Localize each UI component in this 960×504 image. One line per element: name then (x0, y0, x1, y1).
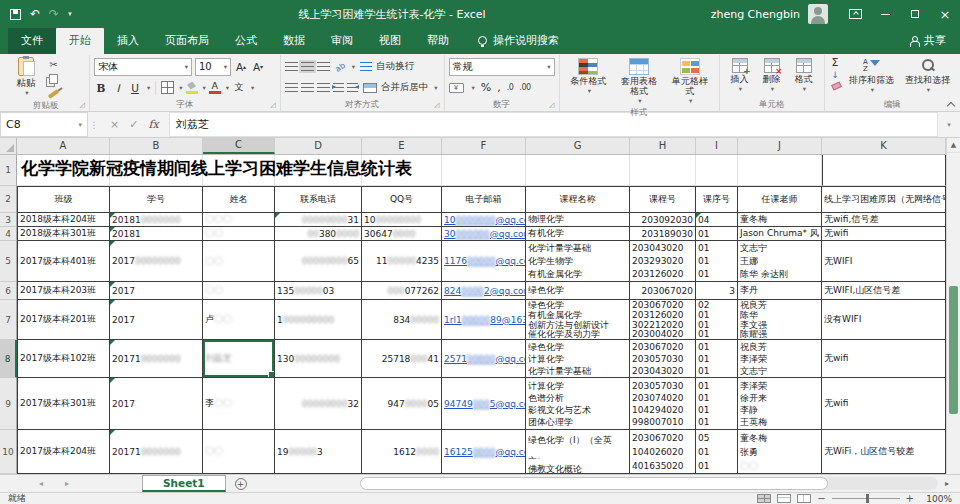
cell-H6[interactable]: 203067020 (630, 282, 696, 300)
cell-I3[interactable]: 04 (696, 213, 738, 227)
ribbon-tab-文件[interactable]: 文件 (8, 28, 56, 54)
alignment-dialog-launcher[interactable]: ◿ (434, 102, 439, 109)
new-sheet-button[interactable]: + (226, 475, 256, 492)
phonetic-dropdown-icon[interactable]: ▾ (251, 84, 254, 92)
cell-K4[interactable]: 无wifi (822, 227, 946, 241)
cell-H4[interactable]: 203189030 (630, 227, 696, 241)
font-dialog-launcher[interactable]: ◿ (270, 102, 275, 109)
cell-D8[interactable]: 13000000000 (275, 340, 362, 378)
cell-F4[interactable]: 30000000@qq.com (442, 227, 526, 241)
row-header-4[interactable]: 4 (0, 227, 17, 241)
cancel-entry-icon[interactable]: × (110, 118, 119, 131)
row-header-9[interactable]: 9 (0, 378, 17, 430)
ribbon-tab-视图[interactable]: 视图 (366, 28, 414, 54)
decrease-font-size-button[interactable]: A▾ (251, 59, 265, 75)
vertical-scrollbar[interactable]: ▲ (946, 138, 960, 474)
borders-dropdown-icon[interactable]: ▾ (179, 84, 182, 92)
row-header-2[interactable]: 2 (0, 186, 17, 213)
align-left-icon[interactable] (285, 83, 298, 92)
increase-indent-icon[interactable] (347, 83, 358, 92)
align-top-icon[interactable] (285, 62, 298, 71)
confirm-entry-icon[interactable]: ✓ (129, 118, 138, 131)
normal-view-icon[interactable] (757, 494, 771, 503)
cell-A7[interactable]: 2017级本科201班 (17, 300, 110, 340)
cell-F5[interactable]: 117600000@qq.com (442, 241, 526, 282)
ribbon-tab-数据[interactable]: 数据 (270, 28, 318, 54)
cell-E3[interactable]: 1000000000 (362, 213, 442, 227)
horizontal-scrollbar-thumb[interactable] (360, 477, 828, 490)
cell-C9[interactable]: 李〇〇 (203, 378, 275, 430)
cell-K9[interactable]: 无wifi (822, 378, 946, 430)
cell-K5[interactable]: 无WIFI (822, 241, 946, 282)
cell-D3[interactable]: 0000000031 (275, 213, 362, 227)
cell-K10[interactable]: 无WiFi，山区信号较差 (822, 430, 946, 474)
horizontal-scrollbar[interactable]: ▸ (360, 475, 960, 492)
cell-A8[interactable]: 2017级本科102班 (17, 340, 110, 378)
cell-C5[interactable]: 〇〇 (203, 241, 275, 282)
borders-icon[interactable] (161, 81, 174, 94)
page-layout-view-icon[interactable] (777, 494, 791, 503)
cell-J3[interactable]: 童冬梅 (738, 213, 822, 227)
percent-style-button[interactable]: % (481, 81, 491, 94)
cell-H10[interactable]: 203067020104026020401635020 (630, 430, 696, 474)
cell-D5[interactable]: 0000000065 (275, 241, 362, 282)
cell-A5[interactable]: 2017级本科401班 (17, 241, 110, 282)
cell-B9[interactable]: 2017 (110, 378, 203, 430)
zoom-slider-thumb[interactable] (866, 494, 869, 503)
cell-I8[interactable]: 010101 (696, 340, 738, 378)
cell-B3[interactable]: 201810000000 (110, 213, 203, 227)
font-color-dropdown-icon[interactable]: ▾ (226, 84, 229, 92)
share-button[interactable]: 共享 (909, 33, 960, 54)
column-header-I[interactable]: I (696, 138, 738, 154)
column-header-B[interactable]: B (110, 138, 203, 154)
cell-I5[interactable]: 010101 (696, 241, 738, 282)
cell-G10[interactable]: 绿色化学（Ⅰ）（全英文）佛教文化概论 (526, 430, 630, 474)
cell-C2[interactable]: 姓名 (203, 186, 275, 213)
row-header-10[interactable]: 10 (0, 430, 17, 474)
next-sheet-icon[interactable]: ▸ (54, 475, 80, 492)
cell-J5[interactable]: 文志宁王娜陈华 余达刚 (738, 241, 822, 282)
vertical-scrollbar-thumb[interactable] (949, 286, 958, 414)
cell-J7[interactable]: 祝良芳陈华李文强陈耀强 (738, 300, 822, 340)
zoom-in-icon[interactable]: + (906, 494, 914, 504)
cell-K3[interactable]: 无wifi,信号差 (822, 213, 946, 227)
zoom-slider[interactable] (832, 498, 900, 499)
cell-I6[interactable]: 3 (696, 282, 738, 300)
cell-H8[interactable]: 203067020203057030203043020 (630, 340, 696, 378)
row-header-3[interactable]: 3 (0, 213, 17, 227)
cell-styles-button[interactable]: 单元格样式▾ (665, 56, 715, 106)
cell-B10[interactable]: 201710000000 (110, 430, 203, 474)
align-center-icon[interactable] (301, 83, 314, 92)
cell-A6[interactable]: 2017级本科203班 (17, 282, 110, 300)
row-header-1[interactable]: 1 (0, 155, 17, 186)
column-header-H[interactable]: H (630, 138, 696, 154)
autosum-button[interactable]: Σ (832, 58, 839, 68)
cell-C4[interactable]: 〇〇 (203, 227, 275, 241)
cell-B7[interactable]: 2017 (110, 300, 203, 340)
cell-G8[interactable]: 绿色化学计算化学化学计量学基础 (526, 340, 630, 378)
cell-I7[interactable]: 02010101 (696, 300, 738, 340)
cell-H2[interactable]: 课程号 (630, 186, 696, 213)
formula-input[interactable]: 刘荔芝 (169, 112, 938, 137)
customize-qat-icon[interactable]: ▾ (68, 10, 72, 18)
minimize-button[interactable] (870, 0, 900, 28)
formula-bar-splitter[interactable]: ⋮ (88, 112, 100, 137)
ribbon-tab-公式[interactable]: 公式 (222, 28, 270, 54)
format-as-table-button[interactable]: 套用表格格式▾ (613, 56, 665, 106)
copy-button[interactable] (49, 74, 58, 84)
align-bottom-icon[interactable] (317, 62, 330, 71)
cell-D7[interactable]: 1000000000 (275, 300, 362, 340)
paste-button[interactable]: 粘贴 ▾ (6, 56, 46, 99)
page-break-view-icon[interactable] (797, 494, 811, 503)
cut-button[interactable]: ✂ (49, 60, 57, 70)
column-header-E[interactable]: E (362, 138, 442, 154)
cell-A10[interactable]: 2017级本科204班 (17, 430, 110, 474)
accounting-format-icon[interactable]: ¥ (449, 83, 464, 93)
cell-J2[interactable]: 任课老师 (738, 186, 822, 213)
cell-G7[interactable]: 绿色化学有机金属化学创新方法与创新设计催化化学及动力学 (526, 300, 630, 340)
number-format-select[interactable]: 常规▾ (449, 58, 555, 76)
cell-C3[interactable]: 〇〇〇 (203, 213, 275, 227)
cell-G2[interactable]: 课程名称 (526, 186, 630, 213)
ribbon-tab-页面布局[interactable]: 页面布局 (152, 28, 222, 54)
column-header-J[interactable]: J (738, 138, 822, 154)
